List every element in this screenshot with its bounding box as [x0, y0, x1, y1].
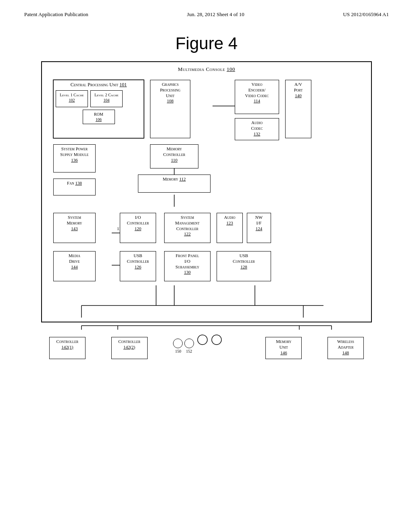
bus-152: [184, 339, 194, 348]
nw-if-box: NWI/F 124: [247, 213, 271, 243]
svg-point-18: [212, 335, 221, 345]
mem-unit-box: MemoryUnit 146: [265, 337, 302, 359]
audio-123-box: Audio 123: [217, 213, 243, 243]
cpu-box: Central Processing Unit 101 Level 1 Cach…: [53, 80, 144, 138]
header-right: US 2012/0165964 A1: [343, 11, 389, 18]
header-left: Patent Application Publication: [24, 11, 88, 18]
l1-cache-box: Level 1 Cache 102: [56, 90, 88, 107]
video-encoder-box: VideoEncoder/Video Codec 114: [235, 80, 279, 114]
figure-title: Figure 4: [0, 22, 413, 61]
usb-ctrl-126-box: USBController 126: [120, 251, 156, 281]
usb-ctrl-128-box: USBController 128: [217, 251, 271, 281]
front-panel-box: Front PanelI/OSubassembly 130: [164, 251, 211, 281]
sys-power-box: System PowerSupply Module 136: [53, 144, 96, 172]
bus-150-label: 150: [175, 349, 181, 353]
ctrl-142-2-box: Controller 142(2): [111, 337, 148, 359]
main-box: Central Processing Unit Multimedia Conso…: [41, 61, 372, 322]
bottom-svg: [49, 326, 364, 358]
diagram-container: Central Processing Unit Multimedia Conso…: [41, 61, 372, 359]
av-port-box: A/VPort 140: [285, 80, 311, 138]
mem-ctrl-box: MemoryController 110: [150, 144, 198, 168]
wireless-box: WirelessAdapter 148: [327, 337, 364, 359]
diagram-wrapper: 118: [49, 76, 364, 318]
bus-connectors: 150 152: [173, 339, 194, 353]
bus-152-label: 152: [186, 349, 192, 353]
l2-cache-box: Level 2 Cache 104: [90, 90, 123, 107]
fan-box: Fan 138: [53, 179, 96, 195]
sys-mgmt-box: SystemManagementController 122: [164, 213, 211, 243]
media-drive-box: MediaDrive 144: [53, 251, 96, 281]
sys-memory-box: SystemMemory 143: [53, 213, 96, 243]
ctrl-142-1-box: Controller 142(1): [49, 337, 86, 359]
page-header: Patent Application Publication Jun. 28, …: [0, 0, 413, 22]
io-ctrl-box: I/OController 120: [120, 213, 156, 243]
header-center: Jun. 28, 2012 Sheet 4 of 10: [187, 11, 244, 18]
svg-point-17: [198, 335, 207, 345]
bus-150: [173, 339, 183, 348]
memory-112-box: Memory 112: [138, 175, 211, 193]
gpu-box: GraphicsProcessingUnit 108: [150, 80, 190, 138]
audio-codec-box: AudioCodec 132: [235, 118, 279, 140]
rom-box: ROM 106: [83, 110, 115, 124]
bottom-section: Controller 142(1) Controller 142(2) 150 …: [49, 326, 364, 359]
main-box-title: Central Processing Unit Multimedia Conso…: [46, 66, 367, 73]
